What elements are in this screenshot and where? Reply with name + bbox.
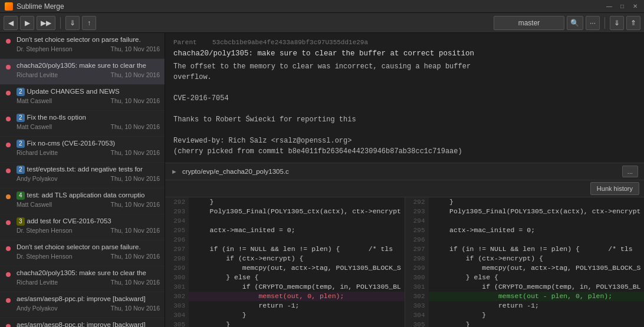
commit-author: Dr. Stephen Henson [17, 253, 73, 260]
window-controls: — □ ✕ [605, 2, 639, 11]
diff-line: 304 } [165, 311, 405, 320]
commit-list: Don't set choice selector on parse failu… [0, 33, 165, 327]
commit-date: Thu, 10 Nov 2016 [111, 253, 160, 260]
diff-line: 305 } [405, 320, 645, 327]
branch-selector[interactable]: master [494, 16, 564, 30]
commit-title: aes/asm/aesp8-ppc.pl: improve [backward] [17, 321, 160, 327]
commit-dot [6, 298, 11, 303]
diff-line: 304 } [405, 311, 645, 320]
commit-author: Dr. Stephen Henson [17, 227, 73, 234]
hunk-history-button[interactable]: Hunk history [590, 182, 639, 195]
pull-button[interactable]: ⇓ [610, 16, 624, 30]
diff-line: 293 Poly1305_Final(POLY1305_ctx(actx), c… [165, 207, 405, 216]
line-code: actx->mac_inited = 0; [429, 226, 645, 235]
commit-item[interactable]: 3add test for CVE-2016-7053Dr. Stephen H… [0, 214, 165, 240]
line-code: memset(out, 0, plen); [189, 292, 405, 301]
line-number: 298 [405, 254, 429, 263]
diff-line: 299 memcpy(out, actx->tag, POLY1305_BLOC… [165, 263, 405, 273]
commit-dot [6, 246, 11, 251]
line-number: 301 [165, 282, 189, 292]
line-code: if (CRYPTO_memcmp(temp, in, POLY1305_BL [429, 282, 645, 292]
more-button[interactable]: ··· [586, 16, 600, 30]
commit-item[interactable]: 2Fix the no-tls optionMatt CaswellThu, 1… [0, 111, 165, 137]
line-code: Poly1305_Final(POLY1305_ctx(actx), ctx->… [189, 207, 405, 216]
commit-item[interactable]: 2test/evptests.txt: add negative tests f… [0, 163, 165, 189]
close-button[interactable]: ✕ [631, 2, 639, 11]
line-code: return -1; [189, 301, 405, 311]
commit-item[interactable]: chacha20/poly1305: make sure to clear th… [0, 266, 165, 292]
commit-badge: 3 [17, 217, 25, 226]
commit-title: aes/asm/aesp8-ppc.pl: improve [backward] [17, 295, 160, 303]
commit-author: Matt Caswell [17, 123, 52, 130]
diff-line: 295 actx->mac_inited = 0; [405, 226, 645, 235]
commit-title: Don't set choice selector on parse failu… [17, 243, 160, 252]
commit-dot [6, 143, 11, 147]
push-button[interactable]: ↑ [82, 16, 96, 30]
commit-item[interactable]: chacha20/poly1305: make sure to clear th… [0, 59, 165, 85]
commit-title: 4test: add TLS application data corrupti… [17, 191, 160, 200]
commit-item[interactable]: 2Update CHANGES and NEWSMatt CaswellThu,… [0, 85, 165, 111]
commit-item[interactable]: aes/asm/aesp8-ppc.pl: improve [backward]… [0, 292, 165, 318]
commit-author: Dr. Stephen Henson [17, 45, 73, 52]
maximize-button[interactable]: □ [618, 2, 626, 11]
line-code: } [429, 320, 645, 327]
commit-dot [6, 169, 11, 173]
line-code: if (ctx->encrypt) { [429, 254, 645, 263]
commit-item[interactable]: Don't set choice selector on parse failu… [0, 33, 165, 59]
commit-date: Thu, 10 Nov 2016 [111, 227, 160, 234]
line-code [189, 216, 405, 226]
commit-author: Richard Levitte [17, 71, 58, 78]
push2-button[interactable]: ⇑ [626, 16, 640, 30]
commit-title: chacha20/poly1305: make sure to clear th… [17, 269, 160, 278]
line-number: 295 [405, 226, 429, 235]
line-code: if (ctx->encrypt) { [189, 254, 405, 263]
commit-dot [6, 91, 11, 95]
minimize-button[interactable]: — [605, 2, 613, 11]
fetch-button[interactable]: ⇓ [65, 16, 80, 30]
line-code: if (in != NULL && len != plen) { /* tls [429, 245, 645, 254]
line-code: } [189, 320, 405, 327]
diff-line: 292 } [405, 197, 645, 207]
commit-title: chacha20/poly1305: make sure to clear th… [173, 49, 636, 58]
commit-badge: 4 [17, 191, 25, 200]
commit-body: The offset to the memory to clear was in… [173, 61, 636, 157]
line-code: memcpy(out, actx->tag, POLY1305_BLOCK_S [429, 263, 645, 273]
back-button[interactable]: ◀ [4, 16, 18, 30]
forward-button[interactable]: ▶ [20, 16, 34, 30]
line-number: 305 [165, 320, 189, 327]
commit-badge: 2 [17, 166, 25, 174]
line-number: 300 [405, 273, 429, 282]
diff-pane-right: 292 }293 Poly1305_Final(POLY1305_ctx(act… [405, 197, 645, 327]
commit-author: Andy Polyakov [17, 305, 57, 312]
play-button[interactable]: ▶▶ [37, 16, 55, 30]
diff-line: 302 memset(out, 0, plen); [165, 292, 405, 301]
parent-label: Parent 53cbcb1be9abe4fe2433a89bf3c97U355… [173, 39, 368, 46]
commit-meta: Matt CaswellThu, 10 Nov 2016 [17, 201, 160, 208]
line-number: 302 [165, 292, 189, 301]
commit-item[interactable]: aes/asm/aesp8-ppc.pl: improve [backward]… [0, 318, 165, 327]
diff-line: 300 } else { [405, 273, 645, 282]
commit-badge: 2 [17, 88, 25, 96]
commit-badge: 2 [17, 114, 25, 122]
diff-line: 295 actx->mac_inited = 0; [165, 226, 405, 235]
commit-title: Don't set choice selector on parse failu… [17, 35, 160, 44]
commit-title: 2Fix the no-tls option [17, 113, 160, 122]
commit-author: Richard Levitte [17, 279, 58, 286]
search-button[interactable]: 🔍 [567, 16, 583, 30]
commit-meta: Richard LevitteThu, 10 Nov 2016 [17, 71, 160, 78]
diff-more-button[interactable]: ... [622, 166, 638, 177]
commit-dot [6, 220, 11, 225]
line-number: 301 [405, 282, 429, 292]
commit-item[interactable]: 2Fix no-cms (CVE-2016-7053)Richard Levit… [0, 137, 165, 163]
app-title: Sublime Merge [17, 2, 605, 11]
commit-item[interactable]: 4test: add TLS application data corrupti… [0, 189, 165, 214]
commit-title: 2Fix no-cms (CVE-2016-7053) [17, 139, 160, 148]
line-code: } [429, 197, 645, 207]
commit-title: chacha20/poly1305: make sure to clear th… [17, 61, 160, 70]
toolbar-divider-2 [604, 17, 605, 29]
toolbar-divider-1 [60, 17, 61, 29]
line-number: 305 [405, 320, 429, 327]
main-layout: Don't set choice selector on parse failu… [0, 33, 644, 327]
commit-meta: Richard LevitteThu, 10 Nov 2016 [17, 279, 160, 286]
commit-item[interactable]: Don't set choice selector on parse failu… [0, 240, 165, 266]
